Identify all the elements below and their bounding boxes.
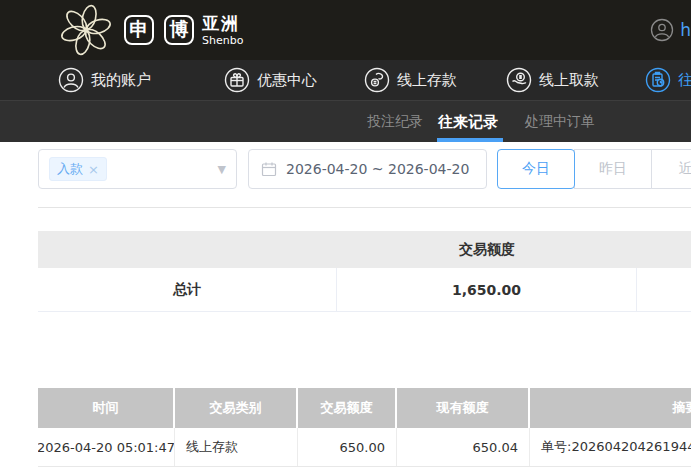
user-avatar-icon [650, 18, 674, 42]
logo-region-text: 亚洲 [202, 15, 243, 32]
summary-header-amount: 交易额度 [337, 231, 637, 268]
main-nav: 我的账户 优惠中心 [0, 60, 691, 100]
summary-empty-cell [637, 268, 691, 311]
nav-item-online-deposit[interactable]: 线上存款 [364, 60, 457, 100]
row-balance: 650.04 [397, 428, 530, 466]
flower-logo-icon [60, 4, 112, 56]
col-header-category: 交易类别 [175, 388, 298, 428]
withdraw-icon [506, 67, 532, 93]
selected-type-tag: 入款 × [49, 157, 107, 181]
calendar-icon [261, 161, 277, 177]
nav-label: 线上取款 [539, 71, 599, 90]
nav-label: 优惠中心 [257, 71, 317, 90]
summary-header-empty [637, 231, 691, 268]
last-7-days-button[interactable]: 近7日 [651, 149, 691, 189]
tab-processing-orders[interactable]: 处理中订单 [525, 101, 595, 143]
date-range-input[interactable]: 2026-04-20 ~ 2026-04-20 [248, 149, 487, 189]
promo-gift-icon [224, 67, 250, 93]
user-account-area[interactable]: h [650, 0, 691, 60]
filter-bar: 入款 × ▼ 2026-04-20 ~ 2026-04-20 今日 昨日 近7日 [0, 149, 691, 189]
records-table-header: 时间 交易类别 交易额度 现有额度 摘要 [38, 388, 691, 428]
records-table: 时间 交易类别 交易额度 现有额度 摘要 2026-04-20 05:01:47… [38, 388, 691, 467]
today-button[interactable]: 今日 [497, 149, 575, 189]
logo-char-bo: 博 [164, 15, 194, 45]
row-amount: 650.00 [298, 428, 397, 466]
nav-item-transaction-records[interactable]: 往来记录 [645, 60, 691, 100]
nav-label: 线上存款 [397, 71, 457, 90]
nav-label: 我的账户 [91, 71, 151, 90]
logo-latin-text: Shenbo [202, 35, 243, 46]
active-tab-underline [437, 138, 503, 142]
col-header-amount: 交易额度 [298, 388, 397, 428]
summary-header-empty [38, 231, 337, 268]
row-time: 2026-04-20 05:01:47 [38, 428, 175, 466]
summary-table: 交易额度 总计 1,650.00 [38, 231, 691, 312]
row-category: 线上存款 [175, 428, 298, 466]
deposit-icon [364, 67, 390, 93]
col-header-time: 时间 [38, 388, 175, 428]
nav-item-my-account[interactable]: 我的账户 [58, 60, 151, 100]
summary-total-label: 总计 [38, 268, 337, 311]
section-divider [38, 207, 691, 208]
transaction-type-select[interactable]: 入款 × ▼ [38, 149, 237, 189]
brand-logo[interactable]: 申 博 亚洲 Shenbo [60, 4, 243, 56]
tab-betting-records[interactable]: 投注纪录 [367, 101, 423, 143]
logo-char-shen: 申 [124, 15, 154, 45]
row-summary: 单号:202604204261944 [530, 428, 691, 466]
summary-total-value: 1,650.00 [337, 268, 637, 311]
username-text[interactable]: h [680, 20, 691, 40]
col-header-balance: 现有额度 [397, 388, 530, 428]
nav-label: 往来记录 [678, 71, 691, 90]
account-icon [58, 67, 84, 93]
nav-item-promotions[interactable]: 优惠中心 [224, 60, 317, 100]
quick-range-buttons: 今日 昨日 近7日 [497, 149, 691, 189]
type-tag-label: 入款 [57, 160, 83, 178]
date-range-value: 2026-04-20 ~ 2026-04-20 [286, 161, 469, 177]
summary-total-row: 总计 1,650.00 [38, 268, 691, 312]
tag-remove-icon[interactable]: × [88, 163, 99, 176]
table-row: 2026-04-20 05:01:47 线上存款 650.00 650.04 单… [38, 428, 691, 467]
brand-header: 申 博 亚洲 Shenbo h [0, 0, 691, 60]
col-header-summary: 摘要 [530, 388, 691, 428]
records-subnav: 投注纪录 往来记录 处理中订单 [0, 100, 691, 142]
yesterday-button[interactable]: 昨日 [574, 149, 652, 189]
tab-transaction-records[interactable]: 往来记录 [438, 101, 498, 143]
nav-item-online-withdrawal[interactable]: 线上取款 [506, 60, 599, 100]
summary-table-header: 交易额度 [38, 231, 691, 268]
records-clipboard-icon [645, 67, 671, 93]
transaction-records-page: 申 博 亚洲 Shenbo h [0, 0, 691, 467]
chevron-down-icon: ▼ [218, 163, 226, 176]
